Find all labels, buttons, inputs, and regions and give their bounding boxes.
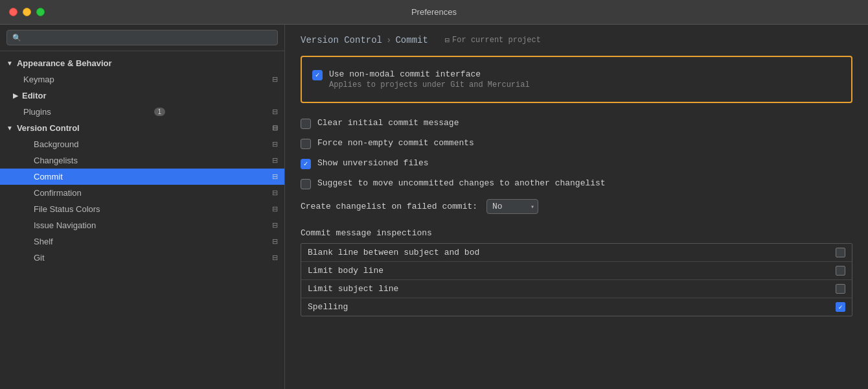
sidebar-item-label: Plugins <box>23 107 51 117</box>
copy-icon: ⊟ <box>272 205 278 213</box>
maximize-button[interactable] <box>36 8 45 16</box>
copy-icon: ⊟ <box>272 172 278 181</box>
option-row-non-modal: ✓ Use non-modal commit interface Applies… <box>312 65 841 94</box>
inspection-checkbox-blank-line[interactable] <box>836 248 845 257</box>
sidebar-item-file-status-colors[interactable]: File Status Colors ⊟ <box>0 201 284 217</box>
sidebar-item-label: Issue Navigation <box>34 220 96 230</box>
sidebar-item-git[interactable]: Git ⊟ <box>0 250 284 266</box>
inspection-label-limit-body: Limit body line <box>308 266 383 276</box>
checkbox-show-unversioned[interactable]: ✓ <box>301 159 311 169</box>
sidebar-item-background[interactable]: Background ⊟ <box>0 136 284 152</box>
breadcrumb-separator: › <box>386 35 391 45</box>
sidebar-item-plugins[interactable]: Plugins 1 ⊟ <box>0 104 284 120</box>
inspections-table: Blank line between subject and bod Limit… <box>301 243 852 316</box>
copy-icon: ⊟ <box>272 221 278 230</box>
copy-icon: ⊟ <box>272 253 278 262</box>
inspection-label-spelling: Spelling <box>308 302 348 312</box>
sidebar-item-label: Git <box>34 253 45 263</box>
doc-icon: ⊟ <box>445 36 450 45</box>
breadcrumb-part1: Version Control <box>301 35 382 45</box>
inspection-checkbox-spelling[interactable]: ✓ <box>836 302 845 312</box>
highlighted-option-box: ✓ Use non-modal commit interface Applies… <box>301 56 852 103</box>
search-icon: 🔍 <box>12 34 21 42</box>
inspection-checkbox-limit-subject[interactable] <box>836 284 845 294</box>
main-container: 🔍 ▼ Appearance & Behavior Keymap ⊟ ▶ Edi… <box>0 25 868 389</box>
minimize-button[interactable] <box>23 8 31 16</box>
sidebar-item-label: Version Control <box>17 123 80 133</box>
inspection-row-limit-subject: Limit subject line <box>301 280 852 298</box>
sidebar-item-keymap[interactable]: Keymap ⊟ <box>0 71 284 88</box>
sidebar: 🔍 ▼ Appearance & Behavior Keymap ⊟ ▶ Edi… <box>0 25 285 389</box>
sidebar-item-label: Keymap <box>23 75 54 84</box>
copy-icon: ⊟ <box>272 75 278 84</box>
check-icon: ✓ <box>315 72 320 79</box>
sidebar-item-label: Changelists <box>34 156 78 165</box>
sidebar-item-version-control[interactable]: ▼ Version Control ⊟ <box>0 120 284 136</box>
sidebar-item-label: Editor <box>22 91 47 100</box>
sidebar-item-label: Appearance & Behavior <box>17 58 112 68</box>
copy-icon: ⊟ <box>272 108 278 116</box>
sidebar-item-label: Shelf <box>34 237 53 246</box>
option-row-show-unversioned: ✓ Show unversioned files <box>301 154 852 174</box>
inspection-label-limit-subject: Limit subject line <box>308 284 398 294</box>
inspection-label-blank-line: Blank line between subject and bod <box>308 248 479 257</box>
breadcrumb-part2: Commit <box>395 35 428 45</box>
nav-list: ▼ Appearance & Behavior Keymap ⊟ ▶ Edito… <box>0 51 284 389</box>
option-label-force-non-empty: Force non-empty commit comments <box>317 138 474 148</box>
for-project-label: ⊟ For current project <box>445 36 541 45</box>
check-icon: ✓ <box>304 161 308 168</box>
content-area: Version Control › Commit ⊟ For current p… <box>285 25 868 389</box>
checkbox-force-non-empty[interactable] <box>301 139 311 149</box>
inspection-checkbox-limit-body[interactable] <box>836 266 845 276</box>
option-text-non-modal: Use non-modal commit interface Applies t… <box>329 69 530 89</box>
dropdown-wrapper: No Yes Ask ▾ <box>486 199 538 214</box>
search-bar: 🔍 <box>0 25 284 51</box>
window-controls <box>9 8 45 16</box>
arrow-right-icon: ▶ <box>13 92 18 99</box>
sidebar-item-appearance[interactable]: ▼ Appearance & Behavior <box>0 55 284 71</box>
breadcrumb: Version Control › Commit ⊟ For current p… <box>301 35 852 45</box>
inspection-row-spelling: Spelling ✓ <box>301 298 852 316</box>
option-label-clear-initial: Clear initial commit message <box>317 118 459 128</box>
dropdown-changelist[interactable]: No Yes Ask <box>486 199 538 214</box>
arrow-down-icon: ▼ <box>6 124 13 132</box>
sidebar-item-label: Confirmation <box>34 188 82 198</box>
sidebar-item-changelists[interactable]: Changelists ⊟ <box>0 152 284 169</box>
inspection-row-blank-line: Blank line between subject and bod <box>301 244 852 262</box>
sidebar-item-commit[interactable]: Commit ⊟ <box>0 169 284 185</box>
title-bar: Preferences <box>0 0 868 25</box>
option-label-non-modal: Use non-modal commit interface <box>329 69 530 79</box>
copy-icon: ⊟ <box>272 124 278 132</box>
plugins-badge: 1 <box>154 108 166 116</box>
sidebar-item-confirmation[interactable]: Confirmation ⊟ <box>0 185 284 201</box>
dropdown-label-changelist: Create changelist on failed commit: <box>301 202 477 211</box>
option-label-show-unversioned: Show unversioned files <box>317 158 429 168</box>
checkbox-non-modal[interactable]: ✓ <box>312 70 323 80</box>
checkbox-suggest-move[interactable] <box>301 179 311 189</box>
sidebar-item-issue-navigation[interactable]: Issue Navigation ⊟ <box>0 217 284 233</box>
sidebar-item-shelf[interactable]: Shelf ⊟ <box>0 233 284 250</box>
search-input[interactable] <box>25 33 272 42</box>
copy-icon: ⊟ <box>272 156 278 165</box>
copy-icon: ⊟ <box>272 140 278 148</box>
copy-icon: ⊟ <box>272 189 278 197</box>
window-title: Preferences <box>411 7 457 17</box>
copy-icon: ⊟ <box>272 237 278 246</box>
inspection-row-limit-body: Limit body line <box>301 262 852 280</box>
option-row-force-non-empty: Force non-empty commit comments <box>301 134 852 154</box>
sidebar-item-editor[interactable]: ▶ Editor <box>0 88 284 104</box>
inspections-section-title: Commit message inspections <box>301 228 852 238</box>
option-row-suggest-move: Suggest to move uncommitted changes to a… <box>301 174 852 194</box>
sidebar-item-label: Commit <box>34 172 63 182</box>
option-row-clear-initial: Clear initial commit message <box>301 113 852 134</box>
arrow-down-icon: ▼ <box>6 60 13 67</box>
option-sub-non-modal: Applies to projects under Git and Mercur… <box>329 80 530 89</box>
checkbox-clear-initial[interactable] <box>301 119 311 129</box>
close-button[interactable] <box>9 8 17 16</box>
search-wrapper[interactable]: 🔍 <box>6 30 278 45</box>
dropdown-row-changelist: Create changelist on failed commit: No Y… <box>301 194 852 219</box>
option-label-suggest-move: Suggest to move uncommitted changes to a… <box>317 178 606 188</box>
sidebar-item-label: Background <box>34 139 78 149</box>
check-icon: ✓ <box>838 303 842 311</box>
sidebar-item-label: File Status Colors <box>34 204 100 214</box>
